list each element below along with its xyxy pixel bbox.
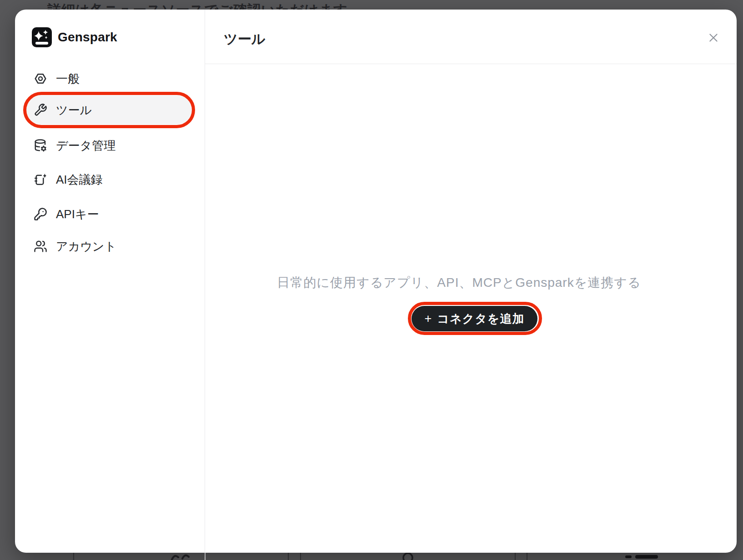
pin-icon [400, 553, 417, 560]
plus-icon: + [425, 313, 432, 325]
genspark-logo-icon [32, 27, 52, 47]
wrench-icon [34, 103, 47, 117]
background-divider [288, 553, 289, 560]
sidebar-item-ai-meeting-notes[interactable]: AI会議録 [15, 164, 205, 195]
page-overlay-top: 詳細は各ニュースソースでご確認いただけます。 [0, 0, 743, 10]
background-dash [635, 555, 658, 559]
sidebar-item-label: アカウント [56, 239, 116, 255]
sidebar-item-label: データ管理 [56, 138, 115, 154]
sidebar-item-api-keys[interactable]: APIキー [15, 198, 205, 230]
sidebar-item-general[interactable]: 一般 [15, 63, 205, 95]
key-icon [34, 207, 47, 221]
background-divider [527, 553, 527, 560]
page-title: ツール [224, 30, 265, 49]
active-item-pill [26, 95, 192, 125]
sidebar-item-label: ツール [56, 102, 92, 118]
background-dash [625, 555, 632, 558]
x-close-icon [708, 32, 719, 44]
tools-empty-state: 日常的に使用するアプリ、API、MCPとGensparkを連携する + コネクタ… [205, 64, 737, 553]
sidebar-item-account[interactable]: アカウント [15, 230, 205, 262]
background-divider [73, 553, 74, 560]
brand-name: Genspark [58, 30, 117, 45]
add-connector-label: コネクタを追加 [437, 311, 524, 327]
background-page-text: 詳細は各ニュースソースでご確認いただけます。 [47, 1, 362, 10]
sidebar-item-tools[interactable]: ツール [15, 94, 205, 126]
users-icon [34, 240, 47, 253]
settings-modal: Genspark 一般 ツール [15, 10, 737, 553]
notebook-sparkle-icon [34, 173, 47, 186]
sidebar-item-data-management[interactable]: データ管理 [15, 130, 205, 161]
background-divider [300, 553, 301, 560]
background-divider [205, 553, 206, 560]
panel-header: ツール [205, 10, 737, 64]
add-connector-button[interactable]: + コネクタを追加 [412, 306, 537, 331]
brand: Genspark [32, 27, 117, 47]
sidebar-item-label: APIキー [56, 206, 99, 222]
speaker-icon [168, 553, 194, 560]
close-button[interactable] [708, 32, 719, 44]
page-overlay-bottom [0, 553, 743, 560]
sidebar-item-label: 一般 [56, 71, 80, 87]
empty-state-description: 日常的に使用するアプリ、API、MCPとGensparkを連携する [193, 274, 725, 291]
background-divider [515, 553, 516, 560]
settings-sidebar: Genspark 一般 ツール [15, 10, 205, 553]
nut-icon [34, 72, 47, 85]
settings-main-panel: ツール 日常的に使用するアプリ、API、MCPとGensparkを連携する + … [205, 10, 737, 553]
sidebar-item-label: AI会議録 [56, 172, 103, 188]
database-gear-icon [34, 139, 47, 152]
